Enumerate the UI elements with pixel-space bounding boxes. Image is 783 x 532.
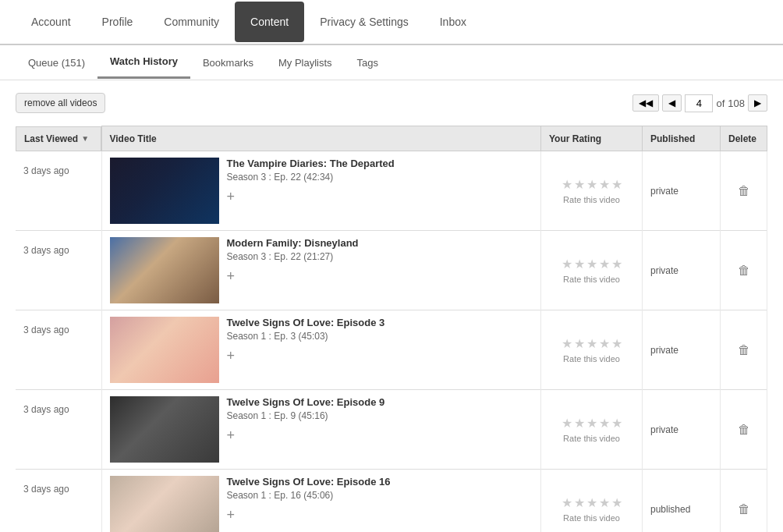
star-3[interactable]: ★	[586, 416, 597, 431]
delete-button[interactable]: 🗑	[738, 343, 750, 356]
sub-navigation: Queue (151) Watch History Bookmarks My P…	[0, 45, 783, 80]
star-4[interactable]: ★	[599, 416, 610, 431]
add-to-queue-button[interactable]: +	[227, 507, 533, 523]
star-rating[interactable]: ★ ★ ★ ★ ★	[549, 336, 634, 351]
video-cell: Twelve Signs Of Love: Episode 3 Season 1…	[101, 310, 541, 390]
star-5[interactable]: ★	[611, 416, 622, 431]
star-4[interactable]: ★	[599, 257, 610, 271]
last-viewed-cell: 3 days ago	[16, 310, 101, 390]
video-title[interactable]: Twelve Signs Of Love: Episode 16	[227, 476, 533, 488]
video-title[interactable]: Twelve Signs Of Love: Episode 3	[227, 317, 533, 328]
star-1[interactable]: ★	[562, 495, 572, 510]
subnav-tags[interactable]: Tags	[345, 48, 391, 78]
remove-all-button[interactable]: remove all videos	[16, 93, 105, 113]
video-title[interactable]: Modern Family: Disneyland	[227, 237, 533, 249]
pagination: ◀◀ ◀ 4 of 108 ▶	[632, 94, 767, 112]
table-row: 3 days ago Twelve Signs Of Love: Episode…	[16, 310, 767, 390]
nav-profile[interactable]: Profile	[87, 2, 149, 42]
nav-inbox[interactable]: Inbox	[424, 2, 482, 42]
page-of-label: of	[716, 98, 725, 109]
star-rating[interactable]: ★ ★ ★ ★ ★	[549, 416, 634, 431]
star-2[interactable]: ★	[574, 177, 585, 192]
rate-text: Rate this video	[549, 195, 634, 204]
video-thumbnail[interactable]	[110, 237, 219, 303]
rate-text: Rate this video	[549, 354, 634, 364]
published-cell: private	[643, 390, 721, 470]
video-info: Twelve Signs Of Love: Episode 16 Season …	[227, 476, 533, 523]
delete-button[interactable]: 🗑	[738, 423, 750, 436]
star-4[interactable]: ★	[599, 177, 610, 192]
prev-page-button[interactable]: ◀	[662, 94, 682, 112]
video-title[interactable]: Twelve Signs Of Love: Episode 9	[227, 396, 533, 408]
star-rating[interactable]: ★ ★ ★ ★ ★	[549, 257, 634, 271]
video-meta: Season 1 : Ep. 16 (45:06)	[227, 490, 533, 501]
nav-content[interactable]: Content	[235, 2, 304, 42]
star-2[interactable]: ★	[574, 257, 585, 271]
star-2[interactable]: ★	[574, 336, 585, 351]
star-2[interactable]: ★	[574, 416, 585, 431]
star-rating[interactable]: ★ ★ ★ ★ ★	[549, 177, 634, 192]
nav-account[interactable]: Account	[16, 2, 87, 42]
toolbar: remove all videos ◀◀ ◀ 4 of 108 ▶	[16, 93, 767, 113]
star-5[interactable]: ★	[611, 495, 622, 510]
col-video-title: Video Title	[101, 126, 541, 151]
star-1[interactable]: ★	[562, 257, 572, 271]
video-thumbnail[interactable]	[110, 396, 219, 463]
subnav-bookmarks[interactable]: Bookmarks	[190, 48, 266, 78]
nav-community[interactable]: Community	[148, 2, 235, 42]
star-1[interactable]: ★	[562, 416, 572, 431]
star-5[interactable]: ★	[611, 177, 622, 192]
rate-text: Rate this video	[549, 434, 634, 443]
last-viewed-cell: 3 days ago	[16, 151, 101, 231]
delete-button[interactable]: 🗑	[738, 264, 750, 277]
video-thumbnail[interactable]	[110, 476, 219, 532]
col-last-viewed[interactable]: Last Viewed ▼	[16, 126, 101, 151]
star-3[interactable]: ★	[586, 177, 597, 192]
star-5[interactable]: ★	[611, 336, 622, 351]
star-5[interactable]: ★	[611, 257, 622, 271]
add-to-queue-button[interactable]: +	[227, 348, 533, 364]
star-3[interactable]: ★	[586, 336, 597, 351]
sort-arrow-icon: ▼	[81, 134, 89, 143]
first-page-button[interactable]: ◀◀	[632, 94, 659, 112]
star-4[interactable]: ★	[599, 336, 610, 351]
star-3[interactable]: ★	[586, 495, 597, 510]
delete-cell: 🗑	[721, 310, 767, 390]
rate-text: Rate this video	[549, 513, 634, 523]
top-navigation: Account Profile Community Content Privac…	[0, 0, 783, 45]
star-rating[interactable]: ★ ★ ★ ★ ★	[549, 495, 634, 510]
delete-button[interactable]: 🗑	[738, 502, 750, 516]
page-input[interactable]: 4	[685, 94, 713, 112]
rating-cell: ★ ★ ★ ★ ★ Rate this video	[541, 310, 643, 390]
col-delete: Delete	[721, 126, 767, 151]
subnav-playlists[interactable]: My Playlists	[266, 48, 345, 78]
col-your-rating: Your Rating	[541, 126, 643, 151]
add-to-queue-button[interactable]: +	[227, 427, 533, 444]
video-title[interactable]: The Vampire Diaries: The Departed	[227, 158, 533, 169]
star-3[interactable]: ★	[586, 257, 597, 271]
total-pages: 108	[728, 98, 745, 109]
subnav-queue[interactable]: Queue (151)	[16, 48, 97, 78]
add-to-queue-button[interactable]: +	[227, 268, 533, 285]
table-row: 3 days ago Modern Family: Disneyland Sea…	[16, 231, 767, 310]
delete-button[interactable]: 🗑	[738, 184, 750, 197]
rating-cell: ★ ★ ★ ★ ★ Rate this video	[541, 470, 643, 533]
table-row: 3 days ago The Vampire Diaries: The Depa…	[16, 151, 767, 231]
star-1[interactable]: ★	[562, 177, 572, 192]
delete-cell: 🗑	[721, 470, 767, 533]
nav-privacy[interactable]: Privacy & Settings	[304, 2, 424, 42]
star-1[interactable]: ★	[562, 336, 572, 351]
subnav-watch-history[interactable]: Watch History	[97, 46, 190, 79]
next-page-button[interactable]: ▶	[748, 94, 767, 112]
video-info: Twelve Signs Of Love: Episode 3 Season 1…	[227, 317, 533, 364]
star-4[interactable]: ★	[599, 495, 610, 510]
table-row: 3 days ago Twelve Signs Of Love: Episode…	[16, 470, 767, 533]
video-thumbnail[interactable]	[110, 158, 219, 224]
add-to-queue-button[interactable]: +	[227, 189, 533, 205]
rate-text: Rate this video	[549, 275, 634, 284]
delete-cell: 🗑	[721, 390, 767, 470]
rating-cell: ★ ★ ★ ★ ★ Rate this video	[541, 390, 643, 470]
video-info: Twelve Signs Of Love: Episode 9 Season 1…	[227, 396, 533, 444]
video-thumbnail[interactable]	[110, 317, 219, 383]
star-2[interactable]: ★	[574, 495, 585, 510]
